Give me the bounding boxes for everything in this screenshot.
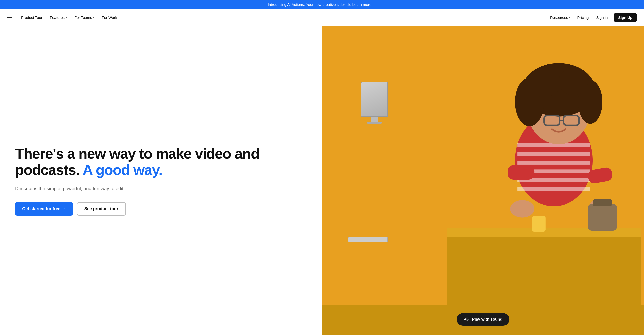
resources-chevron-icon: ▾ bbox=[569, 16, 570, 19]
banner-link[interactable]: Learn more → bbox=[352, 2, 376, 7]
banner-text: Introducing AI Actions: Your new creativ… bbox=[268, 2, 351, 7]
nav-right: Resources ▾ Pricing Sign in Sign Up bbox=[547, 13, 637, 22]
svg-rect-16 bbox=[508, 165, 534, 180]
hero-headline: There's a new way to make video and podc… bbox=[15, 146, 307, 178]
nav-pricing[interactable]: Pricing bbox=[574, 14, 592, 22]
nav-left: Product Tour Features ▾ For Teams ▾ For … bbox=[7, 14, 547, 22]
sign-in-button[interactable]: Sign in bbox=[593, 14, 611, 22]
svg-rect-6 bbox=[517, 187, 590, 191]
features-chevron-icon: ▾ bbox=[66, 16, 67, 19]
svg-rect-24 bbox=[532, 216, 545, 232]
hero-buttons: Get started for free → See product tour bbox=[15, 202, 307, 216]
svg-point-12 bbox=[559, 68, 588, 96]
hero-section: There's a new way to make video and podc… bbox=[0, 26, 644, 335]
svg-point-18 bbox=[510, 200, 534, 218]
nav-for-work[interactable]: For Work bbox=[99, 14, 120, 22]
hamburger-menu-icon[interactable] bbox=[7, 16, 12, 20]
nav-features[interactable]: Features ▾ bbox=[47, 14, 70, 22]
hero-content: There's a new way to make video and podc… bbox=[0, 26, 322, 335]
sound-icon bbox=[464, 317, 469, 322]
svg-point-11 bbox=[527, 68, 561, 98]
video-placeholder: Play with sound bbox=[322, 26, 644, 335]
svg-rect-1 bbox=[517, 144, 590, 148]
svg-rect-22 bbox=[588, 204, 617, 231]
person-illustration bbox=[444, 63, 644, 335]
svg-rect-3 bbox=[517, 161, 590, 165]
play-sound-label: Play with sound bbox=[472, 317, 503, 322]
hero-subtext: Descript is the simple, powerful, and fu… bbox=[15, 185, 135, 192]
hero-video-panel: Play with sound bbox=[322, 26, 644, 335]
nav-product-tour[interactable]: Product Tour bbox=[18, 14, 45, 22]
play-with-sound-button[interactable]: Play with sound bbox=[457, 313, 510, 326]
navbar: Product Tour Features ▾ For Teams ▾ For … bbox=[0, 9, 644, 26]
for-teams-chevron-icon: ▾ bbox=[93, 16, 94, 19]
sign-up-button[interactable]: Sign Up bbox=[614, 13, 637, 22]
nav-for-teams[interactable]: For Teams ▾ bbox=[71, 14, 97, 22]
monitor-prop bbox=[361, 82, 388, 124]
video-scene bbox=[322, 26, 644, 335]
get-started-button[interactable]: Get started for free → bbox=[15, 202, 73, 216]
see-product-tour-button[interactable]: See product tour bbox=[77, 202, 126, 216]
keyboard-prop bbox=[348, 237, 388, 242]
nav-resources[interactable]: Resources ▾ bbox=[547, 14, 573, 22]
announcement-banner: Introducing AI Actions: Your new creativ… bbox=[0, 0, 644, 9]
svg-rect-23 bbox=[593, 199, 612, 206]
svg-rect-2 bbox=[517, 152, 590, 156]
